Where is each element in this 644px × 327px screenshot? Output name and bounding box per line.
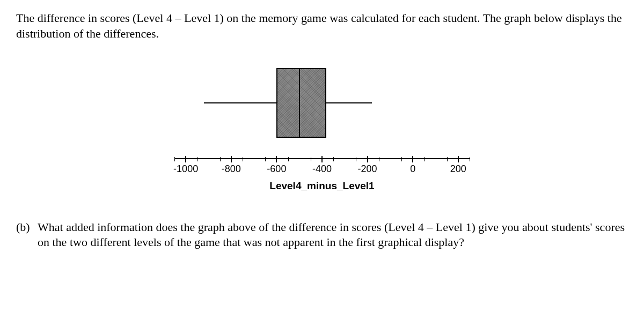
median-line (299, 68, 300, 138)
axis-minor-tick (424, 157, 425, 161)
plot-area: -1000-800-600-400-2000200 (174, 57, 470, 159)
axis-tick (276, 156, 277, 162)
axis-minor-tick (174, 157, 175, 161)
whisker-high (326, 102, 372, 103)
axis-minor-tick (265, 157, 266, 161)
x-axis-label: Level4_minus_Level1 (174, 180, 470, 193)
question-text: What added information does the graph ab… (38, 220, 628, 250)
tick-label: 0 (410, 163, 415, 175)
tick-label: -400 (312, 163, 332, 175)
intro-paragraph: The difference in scores (Level 4 – Leve… (16, 11, 628, 41)
axis-tick (458, 156, 459, 162)
boxplot-chart: -1000-800-600-400-2000200 Level4_minus_L… (174, 57, 470, 193)
box-iqr (276, 68, 326, 138)
axis-minor-tick (220, 157, 221, 161)
tick-label: -200 (358, 163, 377, 175)
axis-minor-tick (333, 157, 334, 161)
axis-minor-tick (311, 157, 311, 161)
axis-minor-tick (401, 157, 402, 161)
axis-tick (231, 156, 232, 162)
question-b: (b) What added information does the grap… (16, 220, 628, 250)
tick-label: -600 (267, 163, 286, 175)
axis-tick (367, 156, 368, 162)
axis-minor-tick (288, 157, 289, 161)
tick-label: 200 (450, 163, 466, 175)
axis-tick (412, 156, 413, 162)
tick-label: -800 (222, 163, 241, 175)
axis-minor-tick (356, 157, 356, 161)
axis-minor-tick (243, 157, 243, 161)
whisker-low (204, 102, 276, 103)
tick-label: -1000 (173, 163, 198, 175)
axis-minor-tick (447, 157, 448, 161)
axis-tick (185, 156, 186, 162)
axis-minor-tick (379, 157, 379, 161)
axis-minor-tick (470, 157, 470, 161)
axis-minor-tick (197, 157, 197, 161)
axis-tick (321, 156, 323, 162)
question-label: (b) (16, 220, 38, 250)
